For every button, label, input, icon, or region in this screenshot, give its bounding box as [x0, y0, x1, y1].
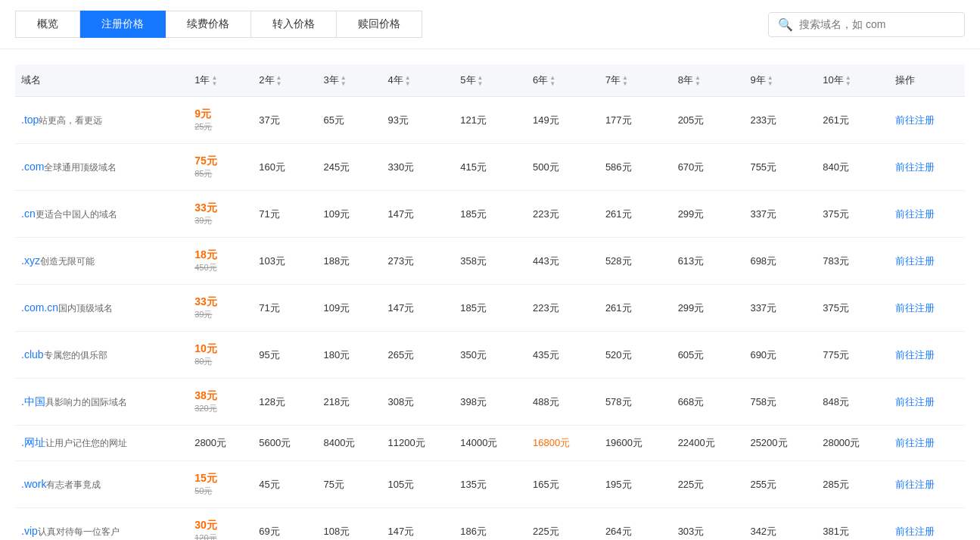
register-link[interactable]: 前往注册	[895, 437, 935, 448]
domain-desc: 具影响力的国际域名	[45, 397, 127, 407]
price-y7: 261元	[599, 285, 672, 332]
price-y7: 578元	[599, 379, 672, 426]
price-y2: 71元	[253, 285, 317, 332]
price-y10: 381元	[817, 508, 889, 541]
table-row: .网址让用户记住您的网址2800元5600元8400元11200元14000元1…	[15, 426, 965, 461]
price-y4: 147元	[382, 191, 455, 238]
price-normal: 755元	[750, 161, 776, 173]
price-promo: 10元	[194, 342, 247, 356]
action-cell[interactable]: 前往注册	[889, 97, 965, 144]
search-input[interactable]	[799, 18, 955, 30]
price-y10: 848元	[817, 379, 889, 426]
action-cell[interactable]: 前往注册	[889, 191, 965, 238]
table-row: .club专属您的俱乐部10元80元95元180元265元350元435元520…	[15, 332, 965, 379]
price-y5: 186元	[454, 508, 527, 541]
price-promo: 38元	[194, 389, 247, 403]
price-y10: 261元	[817, 97, 889, 144]
register-link[interactable]: 前往注册	[895, 349, 935, 361]
price-y1: 33元39元	[188, 191, 253, 238]
price-y9: 255元	[744, 461, 817, 508]
price-y6: 223元	[527, 285, 599, 332]
price-y8: 22400元	[672, 426, 745, 461]
nav-tab-续费价格[interactable]: 续费价格	[166, 11, 251, 38]
action-cell[interactable]: 前往注册	[889, 285, 965, 332]
register-link[interactable]: 前往注册	[895, 526, 935, 537]
price-y8: 605元	[672, 332, 745, 379]
price-y10: 375元	[817, 191, 889, 238]
action-cell[interactable]: 前往注册	[889, 332, 965, 379]
price-normal: 299元	[678, 302, 705, 314]
table-row: .cn更适合中国人的域名33元39元71元109元147元185元223元261…	[15, 191, 965, 238]
register-link[interactable]: 前往注册	[895, 208, 935, 220]
price-y5: 398元	[454, 379, 527, 426]
nav-tab-赎回价格[interactable]: 赎回价格	[337, 11, 422, 38]
price-y10: 285元	[817, 461, 889, 508]
price-y2: 160元	[253, 144, 317, 191]
domain-cell: .club专属您的俱乐部	[15, 332, 188, 379]
nav-tab-转入价格[interactable]: 转入价格	[251, 11, 337, 38]
register-link[interactable]: 前往注册	[895, 255, 935, 267]
pricing-table-wrap: 域名1年▲▼2年▲▼3年▲▼4年▲▼5年▲▼6年▲▼7年▲▼8年▲▼9年▲▼10…	[0, 49, 980, 540]
register-link[interactable]: 前往注册	[895, 161, 935, 173]
register-link[interactable]: 前往注册	[895, 479, 935, 490]
price-promo: 15元	[194, 472, 247, 485]
price-normal: 586元	[605, 161, 632, 173]
domain-name: .中国	[21, 395, 45, 407]
price-y3: 75元	[317, 461, 381, 508]
price-y9: 25200元	[744, 426, 817, 461]
price-normal: 135元	[460, 479, 487, 490]
price-y5: 185元	[454, 285, 527, 332]
price-y8: 299元	[672, 191, 745, 238]
price-y2: 45元	[253, 461, 317, 508]
price-y8: 303元	[672, 508, 745, 541]
domain-name: .xyz	[21, 254, 40, 267]
register-link[interactable]: 前往注册	[895, 114, 935, 126]
register-link[interactable]: 前往注册	[895, 302, 935, 314]
price-y9: 690元	[744, 332, 817, 379]
price-y3: 109元	[317, 285, 381, 332]
price-y5: 415元	[454, 144, 527, 191]
price-y1: 10元80元	[188, 332, 253, 379]
price-y7: 195元	[599, 461, 672, 508]
price-y5: 121元	[454, 97, 527, 144]
register-link[interactable]: 前往注册	[895, 396, 935, 407]
search-icon: 🔍	[778, 17, 793, 32]
price-normal: 668元	[678, 396, 705, 407]
price-normal: 103元	[259, 255, 285, 267]
domain-cell: .网址让用户记住您的网址	[15, 426, 188, 461]
price-normal: 264元	[605, 526, 632, 537]
action-cell[interactable]: 前往注册	[889, 461, 965, 508]
nav-tab-注册价格[interactable]: 注册价格	[80, 11, 166, 38]
price-normal: 186元	[460, 526, 487, 537]
price-normal: 255元	[750, 479, 776, 490]
price-normal: 149元	[533, 114, 559, 126]
domain-cell: .com全球通用顶级域名	[15, 144, 188, 191]
price-promo: 30元	[194, 519, 247, 532]
price-normal: 128元	[259, 396, 285, 407]
domain-desc: 专属您的俱乐部	[44, 350, 107, 361]
price-y1: 38元320元	[188, 379, 253, 426]
price-y1: 33元39元	[188, 285, 253, 332]
price-normal: 105元	[388, 479, 415, 490]
price-normal: 783元	[823, 255, 849, 267]
price-normal: 185元	[460, 302, 487, 314]
price-normal: 177元	[605, 114, 632, 126]
price-normal: 185元	[460, 208, 487, 220]
price-normal: 11200元	[388, 437, 425, 448]
price-normal: 578元	[605, 396, 632, 407]
action-cell[interactable]: 前往注册	[889, 426, 965, 461]
action-cell[interactable]: 前往注册	[889, 379, 965, 426]
price-plain: 2800元	[194, 437, 226, 448]
action-cell[interactable]: 前往注册	[889, 238, 965, 285]
search-box[interactable]: 🔍	[768, 12, 965, 37]
price-y4: 147元	[382, 508, 455, 541]
action-cell[interactable]: 前往注册	[889, 508, 965, 541]
price-normal: 245元	[323, 161, 350, 173]
price-y6: 500元	[527, 144, 599, 191]
nav-tab-概览[interactable]: 概览	[15, 11, 80, 38]
price-y10: 775元	[817, 332, 889, 379]
price-normal: 65元	[323, 114, 344, 126]
action-cell[interactable]: 前往注册	[889, 144, 965, 191]
domain-cell: .cn更适合中国人的域名	[15, 191, 188, 238]
price-normal: 840元	[823, 161, 849, 173]
